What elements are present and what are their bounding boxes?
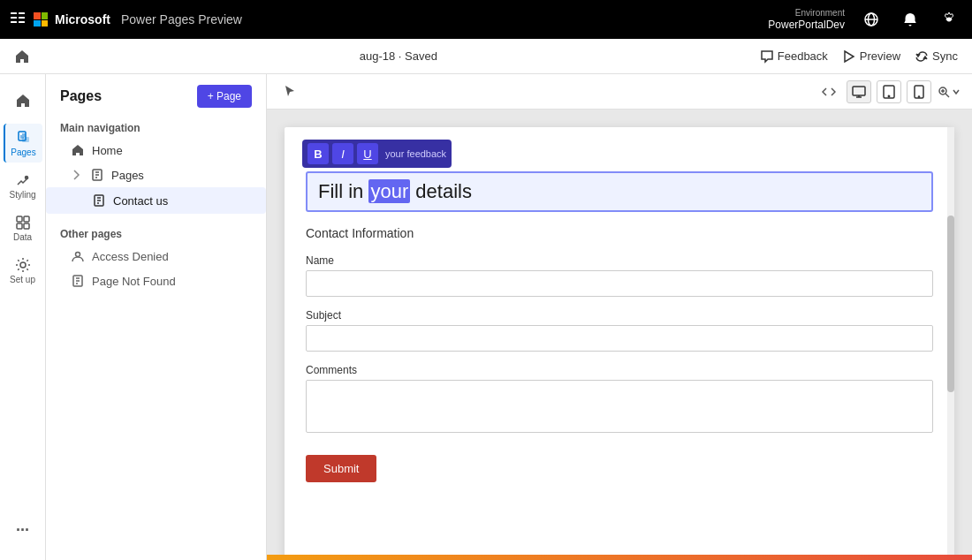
sidebar-item-home[interactable]: [4, 81, 42, 120]
tablet-view-button[interactable]: [877, 80, 901, 103]
svg-marker-10: [845, 51, 854, 62]
canvas-toolbar: [267, 74, 972, 110]
sidebar-item-pages[interactable]: Pages: [4, 124, 42, 163]
other-pages-label: Other pages: [46, 221, 266, 244]
name-label: Name: [306, 254, 933, 267]
svg-rect-3: [19, 12, 25, 14]
subject-label: Subject: [306, 309, 933, 322]
nav-item-pages[interactable]: Pages: [46, 163, 266, 187]
secondary-toolbar: aug-18 · Saved Feedback Preview Sync: [0, 39, 972, 74]
nav-item-contact-us[interactable]: Contact us ···: [46, 187, 266, 214]
nav-item-access-denied[interactable]: Access Denied: [46, 244, 266, 269]
canvas-frame: B I U your feedback Fill in your details…: [285, 127, 954, 555]
sidebar-more-options[interactable]: ···: [4, 511, 42, 549]
nav-item-page-not-found[interactable]: Page Not Found: [46, 269, 266, 293]
top-navigation: Microsoft Power Pages Preview Environmen…: [0, 0, 972, 39]
svg-rect-15: [24, 216, 29, 222]
settings-icon[interactable]: [937, 7, 961, 32]
svg-rect-0: [11, 12, 17, 14]
canvas-device-controls: [816, 79, 961, 104]
notification-icon[interactable]: [898, 7, 923, 32]
environment-switcher-icon[interactable]: [859, 7, 884, 32]
app-title: Power Pages Preview: [121, 12, 242, 26]
name-input[interactable]: [306, 270, 933, 297]
subject-input[interactable]: [306, 325, 933, 352]
canvas-scrollbar[interactable]: [947, 127, 954, 555]
svg-point-21: [76, 253, 80, 257]
code-view-icon[interactable]: [816, 79, 841, 104]
form-title-after: details: [410, 180, 472, 202]
form-title: Fill in your details: [318, 180, 921, 203]
name-field: Name: [306, 254, 933, 297]
main-layout: Pages Styling Data Set up: [0, 74, 972, 560]
form-title-before: Fill in: [318, 180, 368, 202]
preview-button[interactable]: Preview: [842, 49, 900, 64]
top-nav-right: Environment PowerPortalDev: [768, 7, 961, 33]
hamburger-menu-icon[interactable]: [11, 11, 27, 27]
mobile-view-button[interactable]: [907, 80, 931, 103]
form-container: Fill in your details Contact Information…: [285, 127, 954, 509]
pages-panel-header: Pages + Page: [46, 74, 266, 115]
pages-panel: Pages + Page Main navigation Home Pages: [46, 74, 267, 560]
cursor-tool[interactable]: [277, 79, 302, 104]
app-logo[interactable]: Microsoft Power Pages Preview: [11, 11, 242, 27]
canvas-area: B I U your feedback Fill in your details…: [267, 74, 972, 560]
sync-button[interactable]: Sync: [915, 49, 958, 64]
microsoft-logo-icon: [34, 12, 48, 26]
form-title-highlight: your: [368, 179, 410, 203]
bold-button[interactable]: B: [308, 143, 329, 164]
svg-rect-16: [17, 223, 22, 229]
svg-point-18: [20, 262, 26, 268]
form-title-row[interactable]: Fill in your details: [306, 171, 933, 212]
svg-point-29: [918, 95, 919, 96]
toolbar-actions: Feedback Preview Sync: [760, 49, 958, 64]
svg-rect-12: [22, 137, 29, 142]
home-breadcrumb-icon[interactable]: [14, 49, 30, 64]
subject-field: Subject: [306, 309, 933, 352]
svg-rect-2: [11, 21, 17, 23]
pages-panel-title: Pages: [60, 88, 102, 104]
comments-label: Comments: [306, 364, 933, 376]
microsoft-label: Microsoft: [55, 12, 110, 26]
nav-item-home[interactable]: Home: [46, 138, 266, 163]
environment-info: Environment PowerPortalDev: [768, 7, 845, 33]
feedback-button[interactable]: Feedback: [760, 49, 828, 64]
sidebar-item-setup[interactable]: Set up: [4, 251, 42, 290]
svg-rect-4: [19, 17, 25, 19]
svg-rect-5: [19, 21, 25, 23]
icon-sidebar: Pages Styling Data Set up: [0, 74, 46, 560]
svg-point-13: [25, 176, 27, 178]
sidebar-item-data[interactable]: Data: [4, 208, 42, 247]
svg-point-27: [888, 95, 889, 96]
underline-button[interactable]: U: [357, 143, 378, 164]
desktop-view-button[interactable]: [847, 80, 871, 103]
canvas-bottom-accent: [267, 555, 972, 560]
canvas-scrollbar-thumb[interactable]: [947, 216, 954, 392]
zoom-control[interactable]: [937, 79, 961, 104]
italic-button[interactable]: I: [332, 143, 353, 164]
main-navigation-label: Main navigation: [46, 115, 266, 138]
canvas-scroll[interactable]: B I U your feedback Fill in your details…: [267, 110, 972, 555]
svg-rect-23: [853, 87, 865, 95]
svg-rect-14: [17, 216, 22, 222]
comments-field: Comments: [306, 364, 933, 435]
svg-line-31: [945, 94, 949, 97]
submit-button[interactable]: Submit: [306, 455, 376, 482]
svg-rect-17: [24, 223, 29, 229]
comments-textarea[interactable]: [306, 380, 933, 433]
svg-rect-1: [11, 17, 17, 19]
sidebar-item-styling[interactable]: Styling: [4, 166, 42, 205]
form-subtitle: Contact Information: [306, 226, 933, 240]
text-toolbar-hint: your feedback: [385, 148, 446, 159]
text-editor-toolbar: B I U your feedback: [302, 140, 452, 168]
add-page-button[interactable]: + Page: [197, 85, 252, 108]
save-status: aug-18 · Saved: [37, 49, 760, 63]
